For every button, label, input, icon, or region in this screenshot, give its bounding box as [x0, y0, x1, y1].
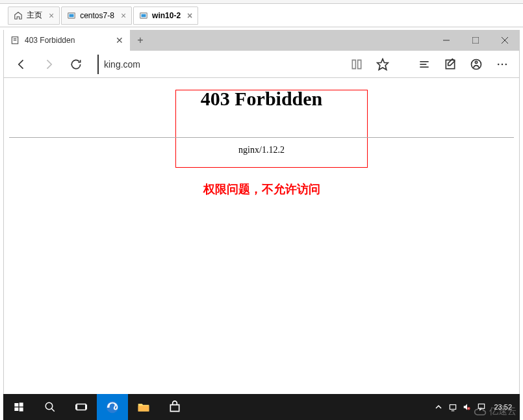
svg-point-20 [505, 63, 507, 65]
reading-view-icon[interactable] [345, 53, 368, 76]
svg-point-17 [475, 61, 477, 63]
minimize-button[interactable] [431, 30, 461, 51]
hub-icon[interactable] [413, 53, 436, 76]
volume-icon[interactable] [460, 394, 474, 420]
vm-tab-label: 主页 [27, 10, 42, 21]
vm-tab-win10[interactable]: win10-2 × [133, 7, 198, 25]
back-button[interactable] [9, 52, 34, 77]
tray-chevron-icon[interactable] [431, 394, 446, 420]
browser-tab-bar: 403 Forbidden ✕ + [4, 30, 519, 51]
notes-icon[interactable] [439, 53, 462, 76]
browser-tab-title: 403 Forbidden [25, 36, 110, 45]
close-icon[interactable]: × [49, 10, 54, 21]
error-highlight-box [175, 90, 368, 168]
page-content: 403 Forbidden nginx/1.12.2 权限问题，不允许访问 [4, 88, 519, 404]
svg-rect-24 [19, 408, 23, 412]
svg-rect-1 [70, 14, 74, 17]
close-icon[interactable]: × [187, 10, 192, 21]
svg-marker-34 [464, 404, 467, 410]
vm-tab-label: win10-2 [152, 11, 181, 20]
address-bar[interactable]: king.com [97, 55, 336, 74]
task-view-button[interactable] [66, 394, 97, 420]
svg-rect-28 [76, 405, 77, 409]
vm-icon [67, 11, 76, 20]
edge-taskbar-button[interactable] [97, 394, 128, 420]
explorer-taskbar-button[interactable] [128, 394, 159, 420]
vm-tab-home[interactable]: 主页 × [8, 7, 60, 25]
browser-window: 403 Forbidden ✕ + king. [3, 30, 520, 394]
more-icon[interactable] [491, 53, 514, 76]
favorite-icon[interactable] [371, 53, 394, 76]
svg-marker-11 [377, 59, 389, 70]
close-icon[interactable]: ✕ [116, 35, 123, 46]
maximize-button[interactable] [461, 30, 490, 51]
svg-point-19 [502, 63, 504, 65]
svg-rect-31 [138, 406, 149, 411]
vm-tab-label: centos7-8 [80, 11, 114, 20]
svg-rect-29 [86, 405, 87, 409]
share-icon[interactable] [465, 53, 488, 76]
svg-rect-23 [14, 408, 18, 411]
search-button[interactable] [34, 394, 66, 420]
new-tab-button[interactable]: + [131, 30, 150, 51]
taskbar: 23:52 [3, 394, 520, 420]
browser-toolbar: king.com [4, 51, 519, 78]
server-info: nginx/1.12.2 [4, 145, 519, 155]
svg-point-18 [498, 63, 500, 65]
browser-tab[interactable]: 403 Forbidden ✕ [4, 30, 131, 51]
svg-rect-32 [450, 405, 456, 410]
vm-tab-bar: 主页 × centos7-8 × win10-2 × [0, 4, 523, 27]
watermark: 亿速云 [474, 406, 517, 417]
refresh-button[interactable] [64, 52, 88, 77]
page-icon [10, 36, 19, 45]
home-icon [14, 11, 23, 20]
annotation-text: 权限问题，不允许访问 [4, 181, 519, 197]
svg-line-26 [51, 408, 55, 412]
store-taskbar-button[interactable] [159, 394, 190, 420]
divider [9, 137, 514, 138]
forward-button[interactable] [36, 52, 61, 77]
svg-rect-3 [142, 14, 146, 17]
window-controls [431, 30, 519, 51]
address-text: king.com [104, 59, 140, 70]
svg-rect-21 [14, 403, 18, 406]
svg-point-25 [45, 402, 53, 410]
svg-rect-8 [472, 37, 479, 44]
start-button[interactable] [3, 394, 34, 420]
close-icon[interactable]: × [121, 10, 126, 21]
svg-rect-22 [19, 402, 23, 406]
vm-tab-centos[interactable]: centos7-8 × [61, 7, 132, 25]
close-button[interactable] [490, 30, 519, 51]
svg-rect-27 [77, 404, 86, 410]
vm-icon [139, 11, 148, 20]
network-icon[interactable] [446, 394, 460, 420]
